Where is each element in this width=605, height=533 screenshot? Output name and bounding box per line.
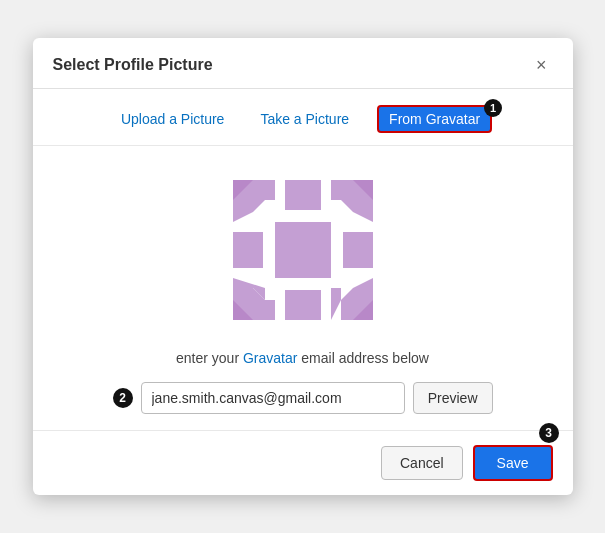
preview-button[interactable]: Preview <box>413 382 493 414</box>
svg-marker-6 <box>353 212 373 222</box>
instruction-text: enter your Gravatar email address below <box>176 350 429 366</box>
save-button[interactable]: Save <box>473 445 553 481</box>
gravatar-section: enter your Gravatar email address below … <box>33 146 573 430</box>
close-button[interactable]: × <box>530 54 553 76</box>
gravatar-link[interactable]: Gravatar <box>243 350 297 366</box>
tabs-row: Upload a Picture Take a Picture From Gra… <box>33 89 573 146</box>
modal-footer: 3 Cancel Save <box>33 430 573 495</box>
email-row: 2 Preview <box>113 382 493 414</box>
tab-gravatar-wrapper: From Gravatar 1 <box>377 105 492 133</box>
tab-upload[interactable]: Upload a Picture <box>113 107 233 131</box>
tab-take-picture[interactable]: Take a Picture <box>252 107 357 131</box>
email-input[interactable] <box>141 382 405 414</box>
badge-1: 1 <box>484 99 502 117</box>
tab-gravatar[interactable]: From Gravatar <box>377 105 492 133</box>
modal-overlay: Select Profile Picture × Upload a Pictur… <box>0 0 605 533</box>
svg-marker-11 <box>331 288 341 320</box>
svg-marker-5 <box>331 180 341 200</box>
svg-rect-0 <box>275 222 331 278</box>
badge-2: 2 <box>113 388 133 408</box>
modal-title: Select Profile Picture <box>53 56 213 74</box>
svg-marker-3 <box>233 212 253 222</box>
svg-marker-12 <box>353 278 373 288</box>
svg-rect-15 <box>233 232 263 268</box>
modal-header: Select Profile Picture × <box>33 38 573 89</box>
cancel-button[interactable]: Cancel <box>381 446 463 480</box>
svg-marker-2 <box>265 180 275 200</box>
svg-marker-9 <box>265 300 275 320</box>
svg-rect-16 <box>343 232 373 268</box>
badge-3: 3 <box>539 423 559 443</box>
svg-rect-13 <box>285 180 321 210</box>
svg-rect-14 <box>285 290 321 320</box>
select-profile-picture-modal: Select Profile Picture × Upload a Pictur… <box>33 38 573 495</box>
gravatar-avatar <box>223 170 383 330</box>
